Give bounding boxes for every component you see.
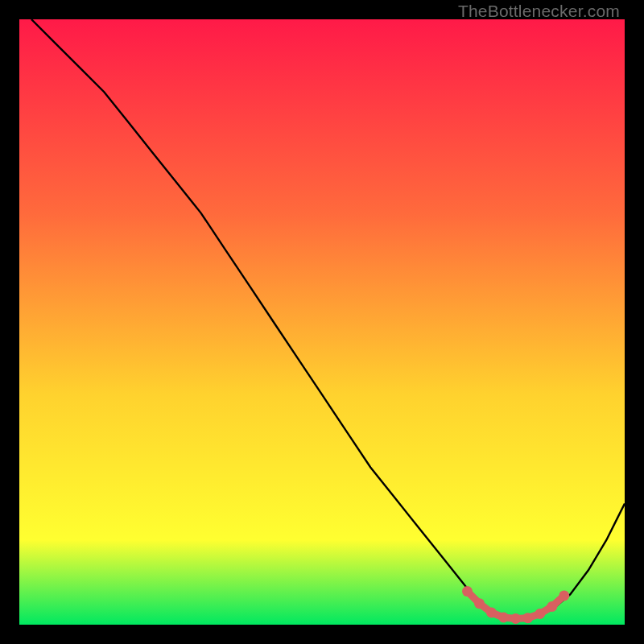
optimal-marker — [510, 613, 521, 624]
chart-frame — [19, 19, 625, 625]
watermark-text: TheBottlenecker.com — [458, 2, 620, 21]
optimal-marker — [535, 609, 545, 619]
gradient-background — [19, 19, 625, 625]
optimal-marker — [474, 598, 485, 609]
optimal-marker — [559, 590, 569, 601]
optimal-marker — [486, 608, 497, 618]
optimal-marker — [462, 586, 473, 597]
optimal-marker — [498, 613, 509, 623]
chart-plot — [19, 19, 625, 625]
optimal-marker — [522, 613, 533, 623]
optimal-marker — [547, 601, 557, 612]
